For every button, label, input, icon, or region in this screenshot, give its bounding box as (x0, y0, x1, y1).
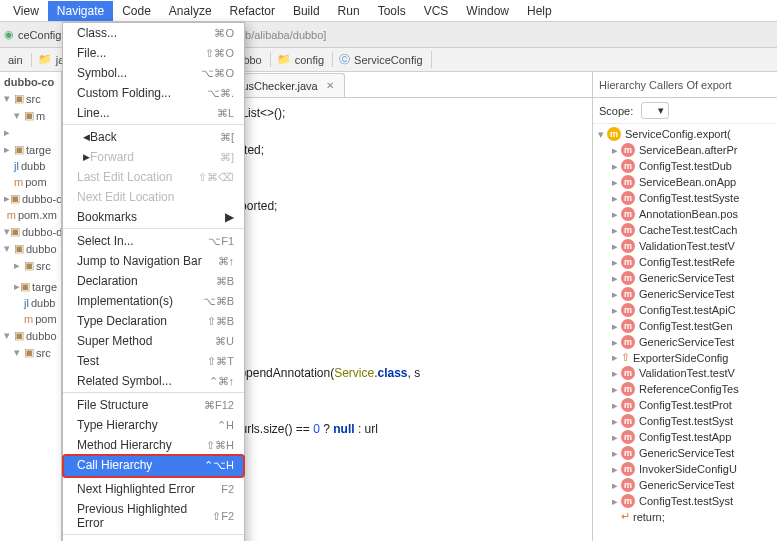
m-file-icon: m (24, 313, 33, 325)
menu-item-declaration[interactable]: Declaration⌘B (63, 271, 244, 291)
hierarchy-scope-dropdown[interactable]: ▾ (641, 102, 669, 119)
menu-item-related-symbol-[interactable]: Related Symbol...⌃⌘↑ (63, 371, 244, 393)
menu-analyze[interactable]: Analyze (160, 1, 221, 21)
menu-code[interactable]: Code (113, 1, 160, 21)
m-file-icon: m (7, 209, 16, 221)
hierarchy-title: Hierarchy Callers Of export (593, 72, 777, 98)
hierarchy-item[interactable]: ▸mAnnotationBean.pos (595, 206, 775, 222)
hierarchy-item[interactable]: ▸mServiceBean.onApp (595, 174, 775, 190)
hierarchy-item[interactable]: ▸mConfigTest.testSyst (595, 413, 775, 429)
menu-navigate[interactable]: Navigate (48, 1, 113, 21)
project-node[interactable]: ▾▣m (4, 107, 57, 124)
project-node[interactable]: ▾▣src (4, 90, 57, 107)
hierarchy-item[interactable]: ▸mConfigTest.testSyste (595, 190, 775, 206)
hierarchy-item[interactable]: ▸mGenericServiceTest (595, 334, 775, 350)
project-node[interactable]: jldubb (4, 158, 57, 174)
menu-item-method-hierarchy[interactable]: Method Hierarchy⇧⌘H (63, 435, 244, 455)
project-node[interactable]: ▸ (4, 124, 57, 141)
hierarchy-item[interactable]: ▸⇧ExporterSideConfig (595, 350, 775, 365)
project-node[interactable]: ▸▣targe (4, 278, 57, 295)
menu-item-bookmarks[interactable]: Bookmarks▶ (63, 207, 244, 229)
menu-item-back[interactable]: ◀ Back⌘[ (63, 127, 244, 147)
menu-item-test[interactable]: Test⇧⌘T (63, 351, 244, 371)
menu-window[interactable]: Window (457, 1, 518, 21)
menu-run[interactable]: Run (329, 1, 369, 21)
menu-item-super-method[interactable]: Super Method⌘U (63, 331, 244, 351)
menu-item-file-structure[interactable]: File Structure⌘F12 (63, 395, 244, 415)
hierarchy-item[interactable]: ▸mConfigTest.testDub (595, 158, 775, 174)
java-file-icon: ◉ (4, 28, 14, 41)
hierarchy-item[interactable]: ▸mConfigTest.testProt (595, 397, 775, 413)
menu-item-custom-folding-[interactable]: Custom Folding...⌥⌘. (63, 83, 244, 103)
menu-item-type-declaration[interactable]: Type Declaration⇧⌘B (63, 311, 244, 331)
folder-icon: ▣ (14, 242, 24, 255)
folder-icon: ▣ (14, 329, 24, 342)
project-node[interactable]: ▾▣dubbo-der (4, 223, 57, 240)
up-arrow-icon: ⇧ (621, 351, 630, 364)
hierarchy-item[interactable]: ▸mConfigTest.testGen (595, 318, 775, 334)
hierarchy-item[interactable]: ▸mGenericServiceTest (595, 286, 775, 302)
menu-item-forward: ▶ Forward⌘] (63, 147, 244, 167)
menu-item-next-highlighted-error[interactable]: Next Highlighted ErrorF2 (63, 479, 244, 499)
hierarchy-item[interactable]: ▸mConfigTest.testApp (595, 429, 775, 445)
hierarchy-item[interactable]: ▸mGenericServiceTest (595, 270, 775, 286)
folder-icon: ▣ (24, 109, 34, 122)
menu-item-implementation-s-[interactable]: Implementation(s)⌥⌘B (63, 291, 244, 311)
menu-refactor[interactable]: Refactor (221, 1, 284, 21)
hierarchy-item[interactable]: ▸mValidationTest.testV (595, 365, 775, 381)
hierarchy-item[interactable]: ▸mReferenceConfigTes (595, 381, 775, 397)
jl-file-icon: jl (14, 160, 19, 172)
hierarchy-item[interactable]: ↵return; (595, 509, 775, 524)
hierarchy-item[interactable]: ▸mConfigTest.testApiC (595, 302, 775, 318)
menu-vcs[interactable]: VCS (415, 1, 458, 21)
hierarchy-item[interactable]: ▸mServiceBean.afterPr (595, 142, 775, 158)
project-node[interactable]: ▾▣dubbo (4, 240, 57, 257)
menu-item-select-in-[interactable]: Select In...⌥F1 (63, 231, 244, 251)
hierarchy-item[interactable]: ▸mConfigTest.testRefe (595, 254, 775, 270)
menu-item-symbol-[interactable]: Symbol...⌥⌘O (63, 63, 244, 83)
project-node[interactable]: ▸▣dubbo-c (4, 190, 57, 207)
hierarchy-item[interactable]: ▸mConfigTest.testSyst (595, 493, 775, 509)
menu-bar: ViewNavigateCodeAnalyzeRefactorBuildRunT… (0, 0, 777, 22)
project-node[interactable]: mpom.xm (4, 207, 57, 223)
project-node[interactable]: jldubb (4, 295, 57, 311)
folder-icon: 📁 (38, 53, 52, 66)
hierarchy-item[interactable]: ▸mValidationTest.testV (595, 238, 775, 254)
hierarchy-item[interactable]: ▸mGenericServiceTest (595, 477, 775, 493)
project-node[interactable]: ▸▣targe (4, 141, 57, 158)
menu-item-file-[interactable]: File...⇧⌘O (63, 43, 244, 63)
close-icon[interactable]: ✕ (326, 80, 334, 91)
hierarchy-item[interactable]: ▸mGenericServiceTest (595, 445, 775, 461)
project-node[interactable]: mpom (4, 174, 57, 190)
return-icon: ↵ (621, 510, 630, 523)
menu-build[interactable]: Build (284, 1, 329, 21)
menu-view[interactable]: View (4, 1, 48, 21)
menu-item-type-hierarchy[interactable]: Type Hierarchy⌃H (63, 415, 244, 435)
menu-item-class-[interactable]: Class...⌘O (63, 23, 244, 43)
hierarchy-tool-window[interactable]: Hierarchy Callers Of export Scope: ▾ ▾mS… (592, 72, 777, 541)
breadcrumb-config[interactable]: 📁config (273, 52, 333, 67)
project-node[interactable]: ▾▣src (4, 344, 57, 361)
m-file-icon: m (14, 176, 23, 188)
menu-item-previous-highlighted-error[interactable]: Previous Highlighted Error⇧F2 (63, 499, 244, 535)
jl-file-icon: jl (24, 297, 29, 309)
project-node[interactable]: ▸▣src (4, 257, 57, 274)
menu-tools[interactable]: Tools (369, 1, 415, 21)
project-node[interactable]: mpom (4, 311, 57, 327)
project-header[interactable]: dubbo-co (4, 74, 57, 90)
project-node[interactable]: ▾▣dubbo (4, 327, 57, 344)
menu-item-call-hierarchy[interactable]: Call Hierarchy⌃⌥H (63, 455, 244, 477)
project-tool-window[interactable]: dubbo-co ▾▣src▾▣m▸▸▣targejldubbmpom▸▣dub… (0, 72, 62, 541)
menu-item-line-[interactable]: Line...⌘L (63, 103, 244, 125)
navigate-menu-dropdown: Class...⌘OFile...⇧⌘OSymbol...⌥⌘OCustom F… (62, 22, 245, 541)
breadcrumb-ain[interactable]: ain (4, 53, 32, 67)
hierarchy-item[interactable]: ▸mCacheTest.testCach (595, 222, 775, 238)
hierarchy-root[interactable]: ▾mServiceConfig.export( (595, 126, 775, 142)
hierarchy-item[interactable]: ▸mInvokerSideConfigU (595, 461, 775, 477)
menu-help[interactable]: Help (518, 1, 561, 21)
menu-item-next-edit-location: Next Edit Location (63, 187, 244, 207)
breadcrumb-ServiceConfig[interactable]: ⒸServiceConfig (335, 51, 431, 68)
hierarchy-scope-label: Scope: (599, 105, 633, 117)
folder-icon: ▣ (20, 280, 30, 293)
menu-item-jump-to-navigation-bar[interactable]: Jump to Navigation Bar⌘↑ (63, 251, 244, 271)
